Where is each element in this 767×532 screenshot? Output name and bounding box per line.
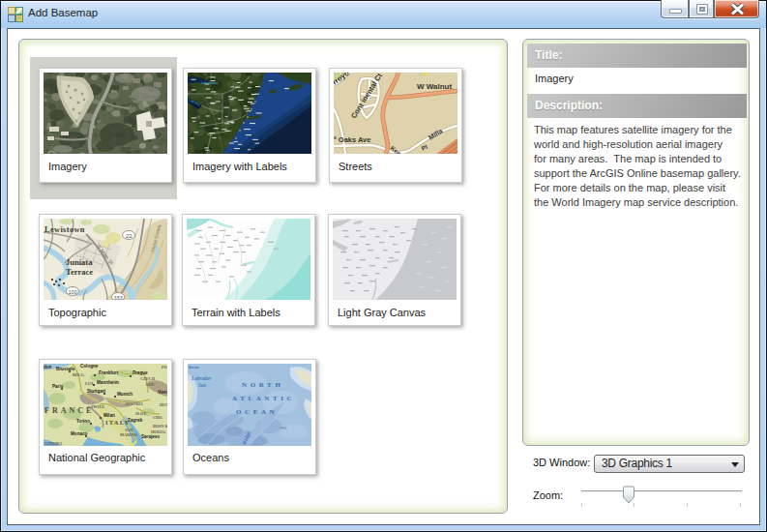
svg-text:W Walnut: W Walnut — [417, 82, 452, 91]
svg-text:Labrador: Labrador — [191, 375, 212, 381]
svg-text:OCEAN: OCEAN — [236, 408, 278, 416]
svg-text:Torino: Torino — [76, 419, 90, 424]
svg-text:Basin: Basin — [189, 365, 199, 369]
svg-text:Prague: Prague — [133, 370, 148, 375]
svg-text:REP.: REP. — [146, 382, 155, 387]
svg-text:Milan: Milan — [103, 413, 115, 418]
svg-text:FRANCE: FRANCE — [44, 406, 94, 415]
svg-text:Sea: Sea — [198, 382, 206, 388]
svg-text:MARINO: MARINO — [120, 432, 138, 437]
svg-text:333: 333 — [114, 295, 123, 301]
svg-text:Juniata: Juniata — [66, 257, 93, 267]
svg-text:Frankfurt: Frankfurt — [99, 370, 119, 375]
svg-text:SWITZ.: SWITZ. — [91, 404, 105, 409]
svg-text:ATLANTIC: ATLANTIC — [232, 395, 295, 402]
svg-text:Sarajevo: Sarajevo — [141, 434, 160, 439]
svg-text:Zagreb: Zagreb — [128, 418, 143, 423]
svg-text:Lewistown: Lewistown — [44, 225, 85, 234]
svg-text:FR1: FR1 — [280, 427, 287, 430]
svg-text:Cologne: Cologne — [80, 364, 99, 369]
svg-text:HUN: HUN — [160, 402, 167, 407]
svg-text:ANDORA: ANDORA — [44, 441, 62, 446]
svg-text:º Oaks Ave: º Oaks Ave — [334, 135, 370, 144]
svg-text:Mannheim: Mannheim — [97, 380, 119, 385]
svg-text:NORTH: NORTH — [242, 381, 283, 389]
svg-text:BELG.: BELG. — [73, 372, 85, 377]
svg-text:Terrace: Terrace — [66, 267, 93, 277]
svg-text:BOSN &: BOSN & — [153, 424, 167, 429]
svg-text:don: don — [44, 365, 52, 369]
svg-text:22: 22 — [126, 233, 133, 239]
svg-text:CZECH: CZECH — [140, 376, 156, 381]
svg-text:Monaco: Monaco — [71, 431, 88, 436]
svg-text:100: 100 — [69, 289, 77, 295]
svg-text:AUSTRIA: AUSTRIA — [125, 401, 143, 406]
svg-text:PO: PO — [162, 365, 167, 369]
svg-text:Vien: Vien — [158, 390, 167, 395]
svg-text:Munich: Munich — [117, 392, 133, 397]
svg-text:Lake Ontario: Lake Ontario — [201, 81, 219, 85]
svg-text:ITALY: ITALY — [105, 419, 131, 426]
svg-text:Brussels: Brussels — [56, 367, 75, 371]
svg-text:CRO.: CRO. — [153, 415, 162, 420]
svg-text:SLOV.: SLOV. — [135, 411, 147, 416]
svg-text:Stuttgart: Stuttgart — [87, 389, 106, 394]
